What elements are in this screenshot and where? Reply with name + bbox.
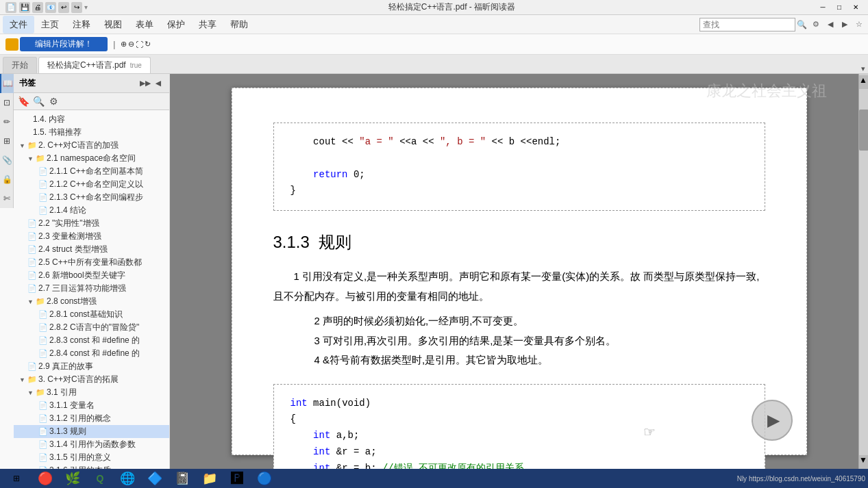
taskbar-qt[interactable]: Q (88, 470, 112, 487)
menu-view[interactable]: 视图 (97, 16, 129, 34)
ribbon-zoom-out[interactable]: ⊖ (128, 40, 134, 49)
tree-page-icon-2-3: 📄 (27, 232, 37, 241)
scroll-down-btn[interactable]: ▼ (859, 455, 868, 469)
menu-help[interactable]: 帮助 (223, 16, 255, 34)
tree-page-icon-2-8-3: 📄 (38, 336, 48, 345)
attachment-panel-icon[interactable]: 📎 (0, 151, 14, 170)
close-button[interactable]: ✕ (849, 2, 863, 13)
ribbon-zoom-in[interactable]: ⊕ (121, 40, 127, 49)
menu-file[interactable]: 文件 (3, 16, 34, 34)
tab-start[interactable]: 开始 (3, 57, 37, 73)
annotation-panel-icon[interactable]: ✏ (0, 112, 14, 131)
tree-item-3[interactable]: ▼ 📁 3. C++对C语言的拓展 (14, 373, 169, 386)
start-button[interactable]: ⊞ (3, 470, 30, 487)
scroll-thumb[interactable] (859, 110, 868, 151)
tools-panel-icon[interactable]: ✄ (0, 189, 14, 208)
print-quick-icon[interactable]: 🖨 (32, 2, 43, 13)
security-panel-icon[interactable]: 🔒 (0, 170, 14, 189)
scroll-up-btn[interactable]: ▲ (859, 75, 868, 89)
open-button[interactable] (5, 38, 18, 51)
code-line-blank (290, 151, 748, 167)
tree-item-2-8-3[interactable]: 📄 2.8.3 const 和 #define 的 (14, 334, 169, 347)
video-play-button[interactable]: ▶ (752, 400, 793, 441)
tree-item-2-1-1[interactable]: 📄 2.1.1 C++命名空间基本简 (14, 165, 169, 178)
tree-item-3-1-4[interactable]: 📄 3.1.4 引用作为函数参数 (14, 438, 169, 451)
tree-item-2[interactable]: ▼ 📁 2. C++对C语言的加强 (14, 139, 169, 152)
taskbar-foxit[interactable]: 🅿 (225, 470, 249, 487)
bookmark-panel-icon[interactable]: 📖 (0, 74, 14, 93)
save-quick-icon[interactable]: 💾 (19, 2, 30, 13)
tab-pdf[interactable]: 轻松搞定C++语言.pdf true (38, 57, 151, 73)
tree-item-3-1-1[interactable]: 📄 3.1.1 变量名 (14, 399, 169, 412)
taskbar-app-3[interactable]: 🔷 (142, 470, 167, 487)
tab-dropdown[interactable]: ▾ (861, 64, 865, 73)
left-panel-icons: 📖 ⊡ ✏ ⊞ 📎 🔒 ✄ (0, 74, 14, 208)
tree-item-2-9[interactable]: 📄 2.9 真正的故事 (14, 360, 169, 373)
tree-item-2-1-2[interactable]: 📄 2.1.2 C++命名空间定义以 (14, 178, 169, 191)
menu-home[interactable]: 主页 (34, 16, 66, 34)
tab-close-icon[interactable]: true (130, 62, 142, 69)
layer-panel-icon[interactable]: ⊞ (0, 131, 14, 151)
tree-item-2-7[interactable]: 📄 2.7 三目运算符功能增强 (14, 282, 169, 295)
menu-share[interactable]: 共享 (192, 16, 223, 34)
ribbon-rotate[interactable]: ↻ (145, 40, 151, 49)
tree-item-3-1-3[interactable]: 📄 3.1.3 规则 (14, 425, 169, 438)
ribbon-toolbar: 编辑片段讲解！ | ⊕ ⊖ ⛶ ↻ (0, 34, 868, 55)
search-box: 🔍 (699, 18, 807, 31)
search-icon[interactable]: 🔍 (797, 20, 807, 29)
maximize-button[interactable]: □ (832, 2, 846, 13)
bookmark-add-icon[interactable]: 🔖 (16, 94, 30, 108)
search-input[interactable] (699, 18, 795, 31)
sidebar-collapse-btn[interactable]: ◀ (153, 78, 164, 89)
tree-item-2-3[interactable]: 📄 2.3 变量检测增强 (14, 230, 169, 243)
menu-comment[interactable]: 注释 (66, 16, 97, 34)
settings-icon[interactable]: ⚙ (810, 17, 822, 32)
pdf-scroll-area[interactable]: cout << "a = " <<a << ", b = " << b <<en… (170, 74, 868, 469)
tree-item-2-4[interactable]: 📄 2.4 struct 类型增强 (14, 243, 169, 256)
tree-item-2-2[interactable]: 📄 2.2 "实用性"增强 (14, 217, 169, 230)
ribbon-fit-page[interactable]: ⛶ (136, 40, 143, 49)
sidebar-expand-btn[interactable]: ▶▶ (140, 78, 151, 89)
taskbar-app-2[interactable]: 🌿 (60, 470, 85, 487)
edit-pdf-button[interactable]: 编辑片段讲解！ (20, 37, 108, 51)
pdf-scrollbar[interactable]: ▲ ▼ (858, 74, 868, 469)
taskbar-app-1[interactable]: 🔴 (33, 470, 58, 487)
thumbnail-panel-icon[interactable]: ⊡ (0, 93, 14, 112)
menu-form[interactable]: 表单 (129, 16, 160, 34)
back-icon[interactable]: ◀ (824, 17, 836, 32)
tree-item-3-1-2[interactable]: 📄 3.1.2 引用的概念 (14, 412, 169, 425)
taskbar-files[interactable]: 📁 (197, 470, 222, 487)
taskbar-browser[interactable]: 🌐 (115, 470, 140, 487)
tree-item-1-4[interactable]: 1.4. 内容 (14, 113, 169, 126)
taskbar: ⊞ 🔴 🌿 Q 🌐 🔷 📓 📁 🅿 🔵 Nly https://blog.csd… (0, 469, 868, 488)
star-icon[interactable]: ☆ (853, 17, 865, 32)
email-quick-icon[interactable]: 📧 (45, 2, 56, 13)
forward-icon[interactable]: ▶ (839, 17, 851, 32)
taskbar-onenote[interactable]: 📓 (170, 470, 195, 487)
tree-item-2-1[interactable]: ▼ 📁 2.1 namespace命名空间 (14, 152, 169, 165)
tree-item-3-1[interactable]: ▼ 📁 3.1 引用 (14, 386, 169, 399)
tree-item-3-1-5[interactable]: 📄 3.1.5 引用的意义 (14, 451, 169, 464)
bookmark-settings-icon[interactable]: ⚙ (47, 94, 60, 108)
tree-item-2-1-4[interactable]: 📄 2.1.4 结论 (14, 204, 169, 217)
tree-item-2-8-1[interactable]: 📄 2.8.1 const基础知识 (14, 308, 169, 321)
tree-item-2-8-4[interactable]: 📄 2.8.4 const 和 #define 的 (14, 347, 169, 360)
tree-page-icon-2-5: 📄 (27, 258, 37, 267)
tree-item-2-5[interactable]: 📄 2.5 C++中所有变量和函数都 (14, 256, 169, 269)
tree-page-icon-2-2: 📄 (27, 219, 37, 228)
tab-dropdown-icon[interactable]: ▾ (861, 64, 865, 73)
taskbar-app-4[interactable]: 🔵 (252, 470, 277, 487)
tree-item-1-5[interactable]: 1.5. 书籍推荐 (14, 126, 169, 139)
minimize-button[interactable]: ─ (816, 2, 830, 13)
cursor-hand-indicator: ☞ (643, 424, 656, 440)
redo-quick-icon[interactable]: ↪ (71, 2, 82, 13)
tree-item-2-8-2[interactable]: 📄 2.8.2 C语言中的"冒险贷" (14, 321, 169, 334)
tree-item-2-1-3[interactable]: 📄 2.1.3 C++命名空间编程步 (14, 191, 169, 204)
quick-access-icons: 💾 🖨 📧 ↩ ↪ ▾ (19, 2, 88, 13)
menu-protect[interactable]: 保护 (160, 16, 192, 34)
bookmark-find-icon[interactable]: 🔍 (32, 94, 45, 108)
tree-item-2-8[interactable]: ▼ 📁 2.8 const增强 (14, 295, 169, 308)
tree-item-2-6[interactable]: 📄 2.6 新增bool类型关键字 (14, 269, 169, 282)
undo-quick-icon[interactable]: ↩ (58, 2, 69, 13)
tree-item-3-1-6[interactable]: 📄 3.1.6 引用的本质 (14, 464, 169, 469)
